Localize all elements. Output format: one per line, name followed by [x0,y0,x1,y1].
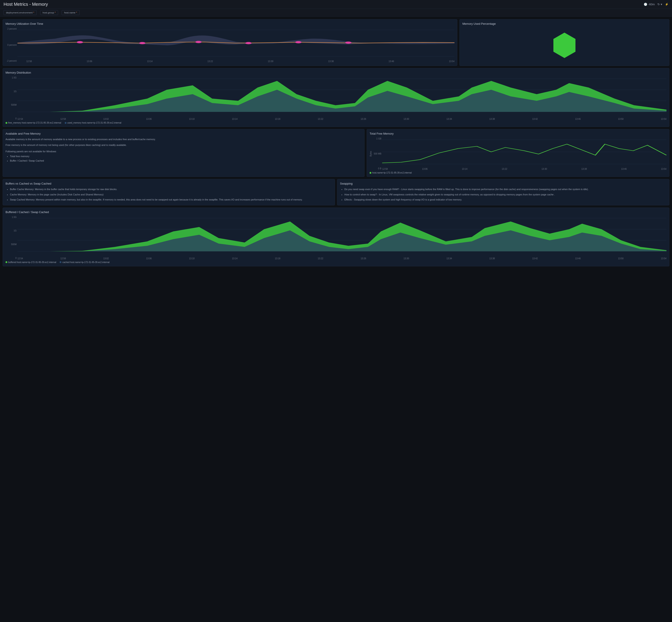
legend-used-memory: used_memory host.name=ip-172-31-95-39.ec… [65,122,121,124]
legend-dot-used [65,122,67,124]
panel-memory-utilization: Memory Utilization Over Time 2 percent 0… [3,19,457,66]
clock-icon: 🕐 [644,3,647,6]
legend-free-memory: free_memory host.name=ip-172-31-95-39.ec… [5,122,61,124]
legend-dot-cached [60,261,62,263]
buffers-cached-text: Buffer Cache Memory: Memory in the buffe… [5,187,332,202]
hexagon-container [462,28,667,63]
header-controls: 🕐 -60m ↻ ▾ ⚡ [644,3,668,6]
page-title: Host Metrics - Memory [4,2,48,7]
total-free-x-axis: 12:58 13:06 13:14 13:22 13:30 13:38 13:4… [382,168,667,170]
bcs-chart-svg-wrap: 12:54 12:58 13:02 13:06 13:10 13:14 13:1… [17,216,667,260]
swapping-bullets: Do you need swap even if you have enough… [344,187,667,202]
header: Host Metrics - Memory 🕐 -60m ↻ ▾ ⚡ [0,0,672,9]
util-chart-svg [17,28,454,59]
dist-y-axis: 1.5G 1G 500M 0 [5,76,16,120]
filter-deployment-environment[interactable]: deployment.environment * [4,10,37,15]
panel-memory-used-pct-title: Memory Used Percentage [462,22,667,26]
row-2: Memory Distribution 1.5G 1G 500M 0 [3,68,669,127]
svg-point-6 [246,42,252,44]
total-free-y-side: Bytes [370,137,372,170]
panel-buffers-cached: Buffers vs Cached vs Swap Cached Buffer … [3,179,335,205]
panel-available-free-title: Available and Free Memory [5,132,362,135]
util-chart-svg-wrap: 12:58 13:06 13:14 13:22 13:30 13:38 13:4… [17,28,454,63]
dashboard: Memory Utilization Over Time 2 percent 0… [0,16,672,269]
panel-memory-used-pct: Memory Used Percentage [459,19,669,66]
dist-legend: free_memory host.name=ip-172-31-95-39.ec… [5,122,667,124]
svg-point-8 [345,41,351,44]
filter-host-name[interactable]: host.name * [62,10,79,15]
util-x-axis: 12:58 13:06 13:14 13:22 13:30 13:38 13:4… [17,60,454,63]
panel-total-free-memory: Total Free Memory Bytes 1 GB 500 MB 0 B [367,129,669,177]
panel-swapping-title: Swapping [340,182,667,185]
available-free-bullets: Total free memory Buffer / Cached / Swap… [10,154,362,163]
row-5: Buffered / Cached / Swap Cached 1.5G 1G … [3,208,669,266]
legend-cached: cached host.name=ip-172-31-95-39.ec2.int… [60,261,109,264]
bcs-chart-svg [17,216,667,256]
legend-dot-free [5,122,7,124]
util-chart-wrapper: 2 percent 0 percent -2 percent [5,28,454,63]
panel-memory-distribution: Memory Distribution 1.5G 1G 500M 0 [3,68,669,127]
bcs-legend: buffered host.name=ip-172-31-95-39.ec2.i… [5,261,667,264]
svg-point-7 [295,41,302,43]
svg-point-3 [77,41,83,43]
dist-chart-svg-wrap: 12:54 12:58 13:02 13:06 13:10 13:14 13:1… [17,76,667,120]
memory-hexagon [553,33,575,58]
legend-dot-buffered [5,261,7,263]
dist-chart-wrapper: 1.5G 1G 500M 0 [5,76,667,120]
panel-buffered-cached-swap: Buffered / Cached / Swap Cached 1.5G 1G … [3,208,669,266]
total-free-chart-area: Bytes 1 GB 500 MB 0 B 12 [370,137,667,170]
row-1: Memory Utilization Over Time 2 percent 0… [3,19,669,66]
row-4: Buffers vs Cached vs Swap Cached Buffer … [3,179,669,205]
panel-buffers-cached-title: Buffers vs Cached vs Swap Cached [5,182,332,185]
panel-total-free-title: Total Free Memory [370,132,667,135]
filters-bar: deployment.environment * host.group * ho… [0,9,672,16]
util-y-axis: 2 percent 0 percent -2 percent [5,28,16,63]
panel-buffered-cached-swap-title: Buffered / Cached / Swap Cached [5,210,667,214]
row-3: Available and Free Memory Available memo… [3,129,669,177]
total-free-legend: host.name=ip-172-31-95-39.ec2.internal [370,172,667,174]
dist-chart-svg [17,76,667,116]
panel-memory-utilization-title: Memory Utilization Over Time [5,22,454,26]
filter-host-group[interactable]: host.group * [40,10,58,15]
legend-buffered: buffered host.name=ip-172-31-95-39.ec2.i… [5,261,56,264]
refresh-icon: ↻ [658,3,660,6]
swapping-text: Do you need swap even if you have enough… [340,187,667,202]
buffers-cached-bullets: Buffer Cache Memory: Memory in the buffe… [10,187,332,202]
panel-swapping: Swapping Do you need swap even if you ha… [337,179,669,205]
filter-icon[interactable]: ⚡ [665,3,668,6]
chevron-down-icon: ▾ [661,3,662,6]
total-free-svg-wrap: 12:58 13:06 13:14 13:22 13:30 13:38 13:4… [382,137,667,170]
panel-available-free-memory: Available and Free Memory Available memo… [3,129,365,177]
refresh-control[interactable]: ↻ ▾ [658,3,662,6]
legend-dot-total-free [370,172,371,174]
time-range-control[interactable]: 🕐 -60m [644,3,655,6]
bcs-y-axis: 1.5G 1G 500M 0 [5,216,16,260]
total-free-chart-svg [382,137,667,166]
panel-memory-distribution-title: Memory Distribution [5,71,667,74]
legend-total-free: host.name=ip-172-31-95-39.ec2.internal [370,172,412,174]
bcs-x-axis: 12:54 12:58 13:02 13:06 13:10 13:14 13:1… [17,257,667,260]
svg-point-4 [139,42,145,44]
available-free-text: Available memory is the amount of memory… [5,137,362,163]
bcs-chart-wrapper: 1.5G 1G 500M 0 [5,216,667,260]
svg-point-5 [195,41,201,43]
total-free-y-axis: 1 GB 500 MB 0 B [373,137,381,170]
dist-x-axis: 12:54 12:58 13:02 13:06 13:10 13:14 13:1… [17,118,667,120]
time-range-label: -60m [648,3,655,6]
